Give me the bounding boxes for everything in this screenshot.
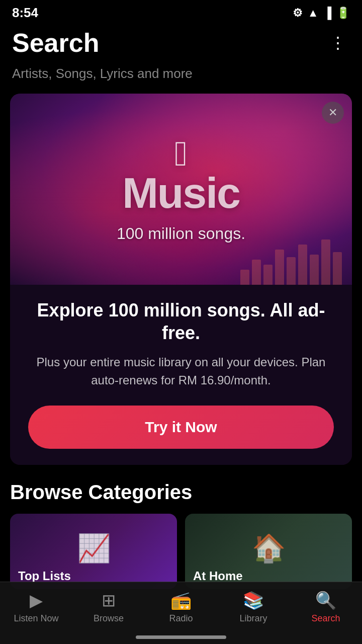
browse-icon: ⊞ [102,590,116,610]
nav-listen-now[interactable]: ▶ Listen Now [11,590,61,624]
status-bar: 8:54 ⚙ ▲ ▐ 🔋 [0,0,362,24]
home-indicator [136,635,226,639]
library-icon: 📚 [243,590,264,610]
close-button[interactable]: ✕ [322,102,344,124]
battery-icon: 🔋 [336,7,350,20]
promo-headline: Explore 100 million songs. All ad-free. [28,299,334,344]
settings-icon: ⚙ [293,7,303,20]
apple-icon:  [174,136,188,171]
menu-button[interactable]: ⋮ [326,29,350,56]
music-wordmark: Music [122,171,240,214]
promo-description: Plus your entire music library on all yo… [28,353,334,389]
apple-music-logo:  Music [122,136,240,214]
search-label: Search [311,613,340,624]
try-it-now-button[interactable]: Try it Now [28,406,334,449]
radio-icon: 📻 [170,590,192,610]
search-icon: 🔍 [315,590,336,610]
close-icon: ✕ [328,106,337,119]
page-header: Search ⋮ [0,24,362,66]
at-home-icon: 🏠 [252,532,286,564]
radio-label: Radio [169,613,193,624]
bar-chart-decoration [240,239,342,285]
at-home-label: At Home [193,569,243,583]
category-top-lists[interactable]: 📈 Top Lists [10,514,177,589]
promo-body: Explore 100 million songs. All ad-free. … [10,285,352,465]
library-label: Library [239,613,267,624]
search-subtitle: Artists, Songs, Lyrics and more [0,66,362,94]
browse-label: Browse [94,613,124,624]
promo-card: ✕  Music 100 million songs. Explore 100… [10,94,352,465]
status-icons: ⚙ ▲ ▐ 🔋 [293,7,350,20]
nav-radio[interactable]: 📻 Radio [156,590,206,624]
promo-banner: ✕  Music 100 million songs. [10,94,352,285]
status-time: 8:54 [12,5,38,21]
bottom-nav: ▶ Listen Now ⊞ Browse 📻 Radio 📚 Library … [0,582,362,644]
nav-search[interactable]: 🔍 Search [301,590,351,624]
page-title: Search [12,28,99,58]
listen-now-icon: ▶ [30,590,43,610]
category-at-home[interactable]: 🏠 At Home [185,514,352,589]
browse-title: Browse Categories [10,481,352,504]
top-lists-icon: 📈 [77,532,111,564]
nav-library[interactable]: 📚 Library [228,590,279,624]
categories-grid: 📈 Top Lists 🏠 At Home [10,514,352,589]
signal-icon: ▐ [323,7,331,20]
nav-browse[interactable]: ⊞ Browse [83,590,134,624]
promo-tagline: 100 million songs. [117,224,245,243]
top-lists-label: Top Lists [18,569,71,583]
wifi-icon: ▲ [308,7,319,20]
listen-now-label: Listen Now [14,613,58,624]
